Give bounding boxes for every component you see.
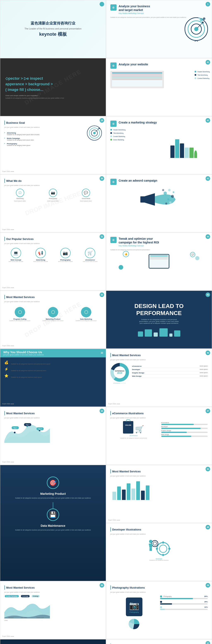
wwd-icon-advertising: ⬡ bbox=[16, 189, 24, 197]
svg-rect-40 bbox=[156, 548, 158, 550]
svg-point-20 bbox=[168, 189, 171, 191]
bubble-1: 👍 bbox=[123, 251, 129, 257]
wwd-icon-social: 💬 bbox=[82, 189, 90, 197]
bubble-4 bbox=[119, 265, 123, 270]
svg-point-21 bbox=[171, 195, 174, 198]
indicator-text-16: eCommerce illustrations bbox=[112, 412, 144, 415]
wcu-list: 💰 Lower Total Cost vs. Individual Resour… bbox=[4, 360, 102, 379]
product-icon-data: 💾 bbox=[47, 508, 59, 521]
photo-stat-dot1 bbox=[160, 596, 162, 598]
bullet-advertising: Advertising Suitable for all category lo… bbox=[4, 132, 102, 136]
slide-design-lead: 45 DESIGN LEAD TOPERFORMANCE Suitable fo… bbox=[106, 290, 212, 349]
inspector-line2: apperance > background > bbox=[5, 81, 101, 87]
ad-text-s2: Title Advertising bbox=[113, 132, 123, 134]
svg-text:Quality Level: Quality Level bbox=[36, 617, 44, 618]
slide-most-wanted-chart2: 35 Most Wanted Services put your great s… bbox=[106, 465, 212, 523]
pct-fill-1 bbox=[161, 424, 194, 425]
slide-header: ⊕ Analyze your businessand target market… bbox=[110, 4, 208, 14]
camera-emoji: 📷 bbox=[129, 600, 139, 610]
pct-container-3: Graphic Design bbox=[161, 430, 208, 433]
inspector-line1: ◇pector > ▷e inspect bbox=[5, 76, 101, 81]
slide-ecommerce-illus: 47 eCommerce illustrations put your grea… bbox=[106, 407, 212, 465]
slide-adword-campaign: 43 ⊕ Create an adword campaign bbox=[106, 174, 212, 232]
wcu-item-risk: ⚡ Low Risk ( Duration, Scope, Completion… bbox=[4, 367, 102, 372]
indicator-bar-18 bbox=[110, 469, 111, 474]
slide-most-wanted-chart4: 37 Most Wanted Services put your great s… bbox=[106, 639, 212, 644]
donut-inner: EXPERIENCE 2019 bbox=[114, 366, 126, 378]
slide-number-5: 29 bbox=[100, 118, 104, 123]
wcu-icon-satisfaction: ⭐ bbox=[4, 374, 9, 379]
connector-1 bbox=[53, 502, 53, 508]
ad-dot-s4 bbox=[110, 139, 112, 140]
exp-label-ecom: eCommerce bbox=[113, 382, 120, 384]
svg-marker-17 bbox=[144, 193, 155, 206]
design-sq-5 bbox=[169, 334, 172, 337]
ad-text-2: Title Advertising bbox=[198, 74, 208, 76]
strategy-left: Header Advertising Title Advertising Con… bbox=[110, 129, 158, 158]
website-heading: Analyze your website bbox=[119, 62, 148, 66]
section-indicator-15: Most Wanted Services bbox=[4, 411, 102, 415]
mwc2-subtext: put your great subtitle in here and shak… bbox=[110, 475, 208, 477]
indicator-bar-5 bbox=[4, 120, 5, 125]
slide-dark-visual: 💡 Visual Media Suitable for all categori… bbox=[0, 639, 106, 644]
design-sq-4 bbox=[159, 328, 168, 337]
photo-stat-1: Photography 69% bbox=[160, 596, 208, 599]
design-squares bbox=[138, 328, 180, 337]
indicator-text-5: Business Goal bbox=[6, 121, 25, 124]
mws-icon-marketing: ⬡ bbox=[48, 307, 58, 317]
analyze-heading: Analyze your businessand target market bbox=[119, 4, 150, 12]
photo-fill2 bbox=[160, 603, 172, 604]
service-icon-photo: 📷 bbox=[60, 248, 71, 258]
indicator-text-9: Our Popular Services bbox=[6, 238, 33, 240]
mws-item-data: ⬡ Data Marketing Suitable for all catego… bbox=[71, 307, 102, 321]
wcu-icon-cost: 💰 bbox=[4, 360, 9, 366]
slide-title: 蓝色清新企业宣传咨询行业 The Leader of the fit busin… bbox=[0, 0, 106, 58]
tweak-illustration: 👍 💬 bbox=[110, 254, 208, 268]
tree-1 bbox=[190, 148, 194, 158]
slide-dark-marketing: 🎯 Marketing Product Suitable for all cat… bbox=[0, 465, 106, 581]
adword-icon: ⊕ bbox=[110, 179, 116, 185]
wwd-text-advertising: lorem ipsum dolor bbox=[4, 200, 36, 202]
slide-photography-illus: 49 Photography illustrations put your gr… bbox=[106, 581, 212, 639]
ad-item-3: Content Marketing bbox=[195, 78, 210, 79]
indicator-bar-14 bbox=[110, 353, 111, 357]
pie-svg bbox=[128, 618, 140, 630]
indicator-text-14: Most Wanted Services bbox=[112, 354, 141, 357]
service-text-photo: lorem ipsum dolor sit amet bbox=[54, 261, 77, 262]
section-indicator-21: Photography illustrations bbox=[110, 586, 208, 590]
building-1 bbox=[170, 146, 175, 158]
exp-donut: EXPERIENCE 2019 bbox=[110, 363, 129, 382]
gears-person-svg bbox=[147, 537, 171, 558]
mws-label-data: Data Marketing bbox=[71, 318, 102, 320]
indicator-text-21: Photography illustrations bbox=[112, 586, 145, 589]
photo-stat-dot3 bbox=[160, 606, 162, 608]
pct-label-2: Developer bbox=[161, 426, 208, 427]
svg-point-25 bbox=[173, 191, 174, 193]
bubble-3 bbox=[195, 256, 199, 260]
photo-illus-layout: 📷 Photography bbox=[110, 596, 208, 631]
slide-why-choose: 33 Why You Should Choose Us put your gre… bbox=[0, 349, 106, 407]
strategy-heading: Create a marketing strategy bbox=[119, 120, 157, 124]
pct-container-4: Web Design bbox=[161, 434, 208, 437]
slide-number-20: 36 bbox=[100, 583, 104, 588]
indicator-text-19: Developer illustrations bbox=[112, 528, 141, 531]
photo-stat-row1: Photography 69% bbox=[160, 596, 208, 598]
adword-heading: Create an adword campaign bbox=[119, 179, 157, 182]
tweak-heading-area: Tweak and optimize yourcampaign for the … bbox=[119, 237, 159, 247]
ad-dot-1 bbox=[195, 71, 196, 72]
tweak-subheading: Key Media Marketing Concept: bbox=[119, 245, 159, 247]
svg-text:Tag 3: Tag 3 bbox=[38, 428, 42, 430]
slide-footer-14: Expert Slide ●●●● bbox=[108, 403, 120, 404]
mockup-bar2 bbox=[112, 76, 162, 76]
wcu-item-satisfaction: ⭐ High Content and Client Satisfaction S… bbox=[4, 374, 102, 379]
chart3-labels: Quality Campaign Coverage Strategy bbox=[4, 594, 102, 598]
bag-handle bbox=[126, 420, 130, 422]
pct-container-1: eCommerce bbox=[161, 422, 208, 425]
exp-year: 2019 bbox=[117, 372, 122, 374]
slide-number-13: 33 bbox=[100, 350, 104, 355]
product-text-data: Suitable for all categories business and… bbox=[15, 529, 91, 531]
wwd-grid: ⬡ Advertising lorem ipsum dolor 📷 Photog… bbox=[4, 189, 102, 202]
wwd-label-photography: Photography bbox=[37, 198, 69, 199]
ec-item-graphic: Graphic Design lorem ipsum bbox=[132, 371, 208, 374]
slide-number-16: 47 bbox=[206, 409, 210, 413]
